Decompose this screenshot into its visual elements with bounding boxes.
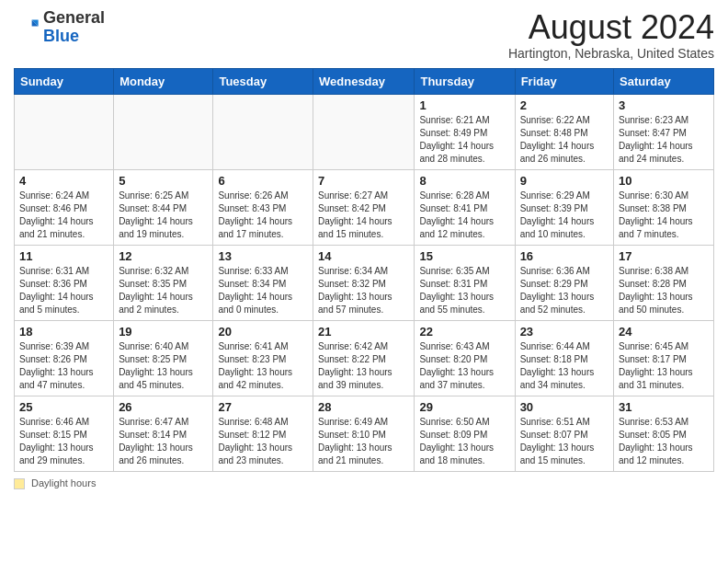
calendar-day-cell: 19Sunrise: 6:40 AM Sunset: 8:25 PM Dayli…	[114, 320, 213, 396]
day-info: Sunrise: 6:40 AM Sunset: 8:25 PM Dayligh…	[119, 340, 208, 392]
weekday-saturday: Saturday	[614, 68, 714, 94]
logo-blue: Blue	[43, 27, 79, 45]
day-info: Sunrise: 6:31 AM Sunset: 8:36 PM Dayligh…	[19, 265, 108, 316]
calendar-week-5: 25Sunrise: 6:46 AM Sunset: 8:15 PM Dayli…	[15, 396, 714, 471]
calendar-week-3: 11Sunrise: 6:31 AM Sunset: 8:36 PM Dayli…	[15, 245, 714, 320]
weekday-wednesday: Wednesday	[313, 68, 415, 94]
day-info: Sunrise: 6:30 AM Sunset: 8:38 PM Dayligh…	[619, 190, 709, 241]
day-number: 26	[119, 400, 208, 414]
calendar-day-cell: 10Sunrise: 6:30 AM Sunset: 8:38 PM Dayli…	[614, 169, 714, 245]
day-info: Sunrise: 6:21 AM Sunset: 8:49 PM Dayligh…	[419, 114, 509, 166]
footer-note: Daylight hours	[14, 477, 714, 489]
weekday-monday: Monday	[114, 68, 213, 94]
calendar-day-cell: 22Sunrise: 6:43 AM Sunset: 8:20 PM Dayli…	[415, 320, 515, 396]
day-number: 31	[619, 400, 709, 414]
calendar-day-cell	[313, 94, 415, 169]
day-info: Sunrise: 6:32 AM Sunset: 8:35 PM Dayligh…	[119, 265, 208, 316]
day-number: 21	[318, 325, 409, 339]
calendar-day-cell: 24Sunrise: 6:45 AM Sunset: 8:17 PM Dayli…	[614, 320, 714, 396]
day-number: 29	[419, 400, 509, 414]
calendar-day-cell: 8Sunrise: 6:28 AM Sunset: 8:41 PM Daylig…	[415, 169, 515, 245]
page-header: General Blue August 2024 Hartington, Neb…	[14, 9, 714, 61]
day-number: 18	[19, 325, 108, 339]
day-info: Sunrise: 6:27 AM Sunset: 8:42 PM Dayligh…	[318, 190, 409, 241]
day-number: 13	[218, 249, 308, 263]
weekday-tuesday: Tuesday	[213, 68, 313, 94]
weekday-sunday: Sunday	[15, 68, 114, 94]
day-number: 15	[419, 249, 509, 263]
day-info: Sunrise: 6:47 AM Sunset: 8:14 PM Dayligh…	[119, 416, 208, 467]
day-info: Sunrise: 6:33 AM Sunset: 8:34 PM Dayligh…	[218, 265, 308, 316]
day-info: Sunrise: 6:35 AM Sunset: 8:31 PM Dayligh…	[419, 265, 509, 316]
day-info: Sunrise: 6:36 AM Sunset: 8:29 PM Dayligh…	[520, 265, 609, 316]
day-number: 4	[19, 174, 108, 188]
day-info: Sunrise: 6:43 AM Sunset: 8:20 PM Dayligh…	[419, 340, 509, 392]
day-info: Sunrise: 6:50 AM Sunset: 8:09 PM Dayligh…	[419, 416, 509, 467]
calendar-day-cell: 4Sunrise: 6:24 AM Sunset: 8:46 PM Daylig…	[15, 169, 114, 245]
day-number: 3	[619, 98, 709, 112]
day-number: 28	[318, 400, 409, 414]
logo: General Blue	[14, 9, 105, 46]
calendar-day-cell: 13Sunrise: 6:33 AM Sunset: 8:34 PM Dayli…	[213, 245, 313, 320]
day-number: 19	[119, 325, 208, 339]
day-info: Sunrise: 6:53 AM Sunset: 8:05 PM Dayligh…	[619, 416, 709, 467]
day-info: Sunrise: 6:38 AM Sunset: 8:28 PM Dayligh…	[619, 265, 709, 316]
calendar-week-2: 4Sunrise: 6:24 AM Sunset: 8:46 PM Daylig…	[15, 169, 714, 245]
daylight-dot	[14, 478, 25, 489]
day-info: Sunrise: 6:42 AM Sunset: 8:22 PM Dayligh…	[318, 340, 409, 392]
day-number: 5	[119, 174, 208, 188]
day-info: Sunrise: 6:39 AM Sunset: 8:26 PM Dayligh…	[19, 340, 108, 392]
calendar-day-cell: 9Sunrise: 6:29 AM Sunset: 8:39 PM Daylig…	[515, 169, 613, 245]
calendar-day-cell	[114, 94, 213, 169]
calendar-day-cell: 1Sunrise: 6:21 AM Sunset: 8:49 PM Daylig…	[415, 94, 515, 169]
calendar-day-cell: 16Sunrise: 6:36 AM Sunset: 8:29 PM Dayli…	[515, 245, 613, 320]
day-number: 10	[619, 174, 709, 188]
day-number: 9	[520, 174, 609, 188]
day-number: 20	[218, 325, 308, 339]
calendar-day-cell: 2Sunrise: 6:22 AM Sunset: 8:48 PM Daylig…	[515, 94, 613, 169]
location: Hartington, Nebraska, United States	[508, 46, 714, 61]
calendar-day-cell: 17Sunrise: 6:38 AM Sunset: 8:28 PM Dayli…	[614, 245, 714, 320]
day-info: Sunrise: 6:24 AM Sunset: 8:46 PM Dayligh…	[19, 190, 108, 241]
calendar-week-1: 1Sunrise: 6:21 AM Sunset: 8:49 PM Daylig…	[15, 94, 714, 169]
logo-icon	[14, 15, 40, 40]
day-number: 24	[619, 325, 709, 339]
daylight-label: Daylight hours	[31, 477, 96, 488]
day-number: 30	[520, 400, 609, 414]
day-number: 12	[119, 249, 208, 263]
calendar-table: SundayMondayTuesdayWednesdayThursdayFrid…	[14, 68, 714, 472]
day-info: Sunrise: 6:23 AM Sunset: 8:47 PM Dayligh…	[619, 114, 709, 166]
day-info: Sunrise: 6:22 AM Sunset: 8:48 PM Dayligh…	[520, 114, 609, 166]
day-info: Sunrise: 6:46 AM Sunset: 8:15 PM Dayligh…	[19, 416, 108, 467]
calendar-day-cell: 21Sunrise: 6:42 AM Sunset: 8:22 PM Dayli…	[313, 320, 415, 396]
day-number: 11	[19, 249, 108, 263]
calendar-day-cell: 31Sunrise: 6:53 AM Sunset: 8:05 PM Dayli…	[614, 396, 714, 471]
weekday-header-row: SundayMondayTuesdayWednesdayThursdayFrid…	[15, 68, 714, 94]
day-number: 23	[520, 325, 609, 339]
calendar-day-cell: 7Sunrise: 6:27 AM Sunset: 8:42 PM Daylig…	[313, 169, 415, 245]
day-number: 16	[520, 249, 609, 263]
svg-rect-0	[14, 15, 40, 40]
day-number: 22	[419, 325, 509, 339]
month-title: August 2024	[508, 9, 714, 46]
day-info: Sunrise: 6:45 AM Sunset: 8:17 PM Dayligh…	[619, 340, 709, 392]
day-info: Sunrise: 6:25 AM Sunset: 8:44 PM Dayligh…	[119, 190, 208, 241]
day-number: 8	[419, 174, 509, 188]
calendar-day-cell: 6Sunrise: 6:26 AM Sunset: 8:43 PM Daylig…	[213, 169, 313, 245]
logo-text: General Blue	[43, 9, 105, 46]
calendar-day-cell: 28Sunrise: 6:49 AM Sunset: 8:10 PM Dayli…	[313, 396, 415, 471]
day-number: 27	[218, 400, 308, 414]
calendar-week-4: 18Sunrise: 6:39 AM Sunset: 8:26 PM Dayli…	[15, 320, 714, 396]
calendar-body: 1Sunrise: 6:21 AM Sunset: 8:49 PM Daylig…	[15, 94, 714, 471]
day-info: Sunrise: 6:28 AM Sunset: 8:41 PM Dayligh…	[419, 190, 509, 241]
title-area: August 2024 Hartington, Nebraska, United…	[508, 9, 714, 61]
calendar-day-cell: 23Sunrise: 6:44 AM Sunset: 8:18 PM Dayli…	[515, 320, 613, 396]
day-number: 25	[19, 400, 108, 414]
calendar-day-cell	[15, 94, 114, 169]
calendar-day-cell	[213, 94, 313, 169]
calendar-day-cell: 26Sunrise: 6:47 AM Sunset: 8:14 PM Dayli…	[114, 396, 213, 471]
day-number: 1	[419, 98, 509, 112]
day-info: Sunrise: 6:41 AM Sunset: 8:23 PM Dayligh…	[218, 340, 308, 392]
day-info: Sunrise: 6:44 AM Sunset: 8:18 PM Dayligh…	[520, 340, 609, 392]
calendar-day-cell: 15Sunrise: 6:35 AM Sunset: 8:31 PM Dayli…	[415, 245, 515, 320]
